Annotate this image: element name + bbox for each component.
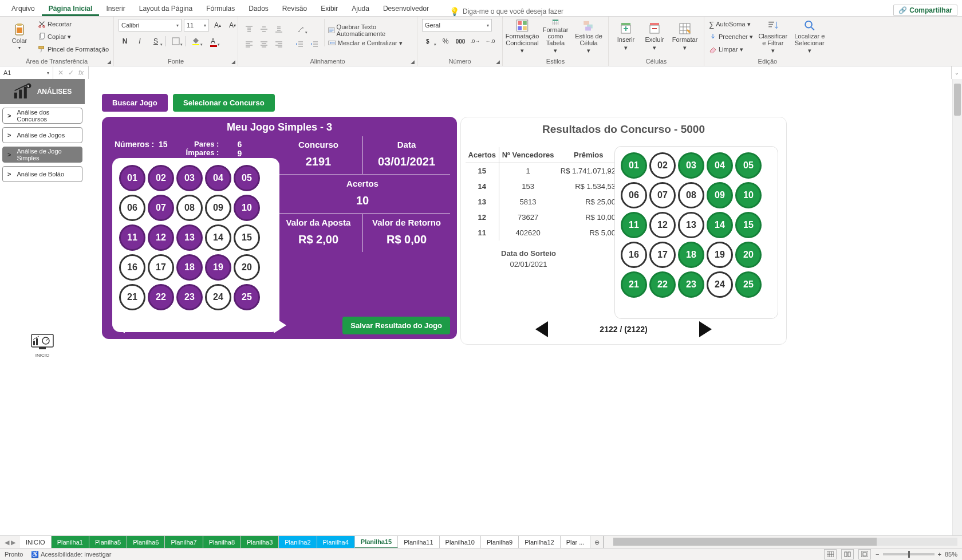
vertical-scrollbar[interactable] <box>952 79 962 536</box>
sheet-tab-Planilha2[interactable]: Planilha2 <box>279 536 317 549</box>
fill[interactable]: Preencher ▾ <box>709 31 753 42</box>
cell-styles[interactable]: Estilos de Célula ▾ <box>574 19 604 54</box>
ball-01: 01 <box>119 165 145 191</box>
sidebar-item-1[interactable]: >Análise de Jogos <box>2 127 82 143</box>
sheet-tab-Planilha12[interactable]: Planilha12 <box>519 536 560 549</box>
sheet-tab-Planilha8[interactable]: Planilha8 <box>203 536 241 549</box>
indent-inc[interactable] <box>308 38 321 50</box>
sheet-tab-Plar ...[interactable]: Plar ... <box>561 536 591 549</box>
format-cells[interactable]: Formatar▾ <box>671 19 699 54</box>
next-concurso-button[interactable] <box>699 321 712 337</box>
menu-tab-exibir[interactable]: Exibir <box>314 2 345 16</box>
fx-icon[interactable]: fx <box>78 69 84 77</box>
sheet-tab-Planilha11[interactable]: Planilha11 <box>398 536 439 549</box>
selecionar-concurso-button[interactable]: Selecionar o Concurso <box>173 94 275 112</box>
view-page-layout[interactable] <box>841 549 854 559</box>
align-left[interactable] <box>243 38 255 50</box>
sheet-tab-Planilha10[interactable]: Planilha10 <box>440 536 481 549</box>
borders-button[interactable] <box>168 35 183 48</box>
share-button[interactable]: 🔗Compartilhar <box>893 5 957 16</box>
align-right[interactable] <box>273 38 285 50</box>
format-as-table[interactable]: Formatar como Tabela ▾ <box>541 19 570 54</box>
thousands[interactable]: 000 <box>454 35 467 48</box>
shrink-font-button[interactable]: A▾ <box>226 19 239 31</box>
format-painter-button[interactable]: Pincel de Formatação <box>38 44 109 54</box>
align-top[interactable] <box>243 23 255 36</box>
salvar-resultado-button[interactable]: Salvar Resultado do Jogo <box>342 317 450 334</box>
font-name-select[interactable]: Calibri▾ <box>119 19 182 31</box>
cancel-fx-icon[interactable]: ✕ <box>58 69 64 77</box>
underline-button[interactable]: S <box>148 35 163 48</box>
sort-filter[interactable]: Classificar e Filtrar ▾ <box>756 19 790 54</box>
orientation[interactable] <box>293 23 308 36</box>
group-number: Geral▾ $ % 000 .0→ ←.0 Número◢ <box>417 17 503 66</box>
number-format-select[interactable]: Geral▾ <box>422 19 492 31</box>
prev-concurso-button[interactable] <box>535 321 548 337</box>
accounting[interactable]: $ <box>422 35 437 48</box>
sheet-tab-INICIO[interactable]: INICIO <box>20 536 52 549</box>
menu-tab-revisão[interactable]: Revisão <box>275 2 314 16</box>
sheet-tab-Planilha5[interactable]: Planilha5 <box>89 536 127 549</box>
horizontal-scrollbar[interactable] <box>613 538 957 546</box>
ball-24: 24 <box>205 284 231 310</box>
formula-input[interactable] <box>89 66 951 79</box>
menu-tab-layout-da-página[interactable]: Layout da Página <box>132 2 199 16</box>
status-accessibility[interactable]: ♿ Acessibilidade: investigar <box>31 551 111 558</box>
menu-tab-desenvolvedor[interactable]: Desenvolvedor <box>376 2 436 16</box>
delete-cells[interactable]: Excluir▾ <box>642 19 667 54</box>
enter-fx-icon[interactable]: ✓ <box>68 69 74 77</box>
menu-tab-inserir[interactable]: Inserir <box>99 2 132 16</box>
menu-tab-fórmulas[interactable]: Fórmulas <box>199 2 242 16</box>
sheet-tab-Planilha7[interactable]: Planilha7 <box>165 536 203 549</box>
sidebar-item-2[interactable]: >Análise de Jogo Simples <box>2 147 82 163</box>
dec-decimal[interactable]: ←.0 <box>484 35 496 48</box>
menu-tab-dados[interactable]: Dados <box>242 2 275 16</box>
percent[interactable]: % <box>439 35 452 48</box>
sheet-tab-Planilha4[interactable]: Planilha4 <box>317 536 355 549</box>
copy-button[interactable]: Copiar ▾ <box>38 31 109 42</box>
insert-cells[interactable]: Inserir▾ <box>613 19 638 54</box>
font-size-select[interactable]: 11▾ <box>184 19 209 31</box>
menu-tab-página-inicial[interactable]: Página Inicial <box>42 2 100 16</box>
align-center[interactable] <box>258 38 270 50</box>
new-sheet-button[interactable]: ⊕ <box>590 536 604 549</box>
sheet-tab-Planilha15[interactable]: Planilha15 <box>355 536 398 549</box>
fill-color-button[interactable] <box>188 35 203 48</box>
clear[interactable]: Limpar ▾ <box>709 44 753 54</box>
view-normal[interactable] <box>824 549 837 559</box>
name-box[interactable]: A1▾ <box>0 66 53 79</box>
font-color-button[interactable]: A <box>206 35 220 48</box>
sheet-tab-Planilha6[interactable]: Planilha6 <box>127 536 165 549</box>
cut-button[interactable]: Recortar <box>38 19 109 29</box>
sheet-tab-Planilha9[interactable]: Planilha9 <box>481 536 519 549</box>
ball-10: 10 <box>234 195 260 221</box>
sheet-nav[interactable]: ◀ ▶ <box>0 536 20 549</box>
sheet-tab-Planilha1[interactable]: Planilha1 <box>52 536 89 549</box>
buscar-jogo-button[interactable]: Buscar Jogo <box>102 94 168 112</box>
sidebar-item-3[interactable]: >Análise de Bolão <box>2 166 82 182</box>
autosum[interactable]: ∑AutoSoma ▾ <box>709 19 753 29</box>
sheet-tab-Planilha3[interactable]: Planilha3 <box>241 536 279 549</box>
home-shortcut[interactable]: INICIO <box>31 334 54 358</box>
grow-font-button[interactable]: A▴ <box>211 19 224 31</box>
conditional-formatting[interactable]: Formatação Condicional ▾ <box>507 19 537 54</box>
merge-center[interactable]: Mesclar e Centralizar ▾ <box>328 38 412 48</box>
menu-tab-ajuda[interactable]: Ajuda <box>345 2 376 16</box>
expand-formula-bar[interactable]: ⌄ <box>951 66 962 79</box>
find-select[interactable]: Localizar e Selecionar ▾ <box>793 19 826 54</box>
align-bottom[interactable] <box>273 23 285 36</box>
paste-button[interactable]: Colar▾ <box>5 19 34 54</box>
sidebar-item-0[interactable]: >Análise dos Concursos <box>2 108 82 124</box>
italic-button[interactable]: I <box>133 35 146 48</box>
menu-tab-arquivo[interactable]: Arquivo <box>5 2 42 16</box>
prev-jogo-button[interactable] <box>112 317 125 333</box>
inc-decimal[interactable]: .0→ <box>469 35 482 48</box>
view-page-break[interactable] <box>858 549 871 559</box>
next-jogo-button[interactable] <box>274 317 286 333</box>
indent-dec[interactable] <box>293 38 306 50</box>
align-middle[interactable] <box>258 23 270 36</box>
zoom-control[interactable]: −+ 85% <box>876 551 957 558</box>
wrap-text[interactable]: Quebrar Texto Automaticamente <box>328 25 412 36</box>
tell-me[interactable]: 💡Diga-me o que você deseja fazer <box>450 7 563 16</box>
bold-button[interactable]: N <box>119 35 131 48</box>
